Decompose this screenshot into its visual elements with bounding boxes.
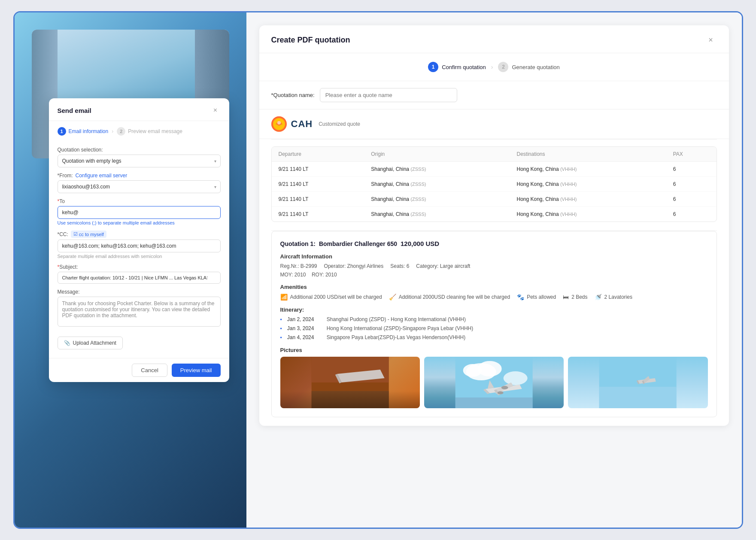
modal-close-button[interactable]: × [210, 105, 221, 115]
quotation-name-input[interactable] [320, 88, 457, 102]
cc-separate-hint: Separate multiple email addresses with s… [58, 254, 221, 259]
amenity-icon: 🧹 [389, 294, 396, 300]
step-arrow: › [112, 128, 113, 134]
pdf-step-1: 1 Confirm quotation [428, 62, 486, 72]
from-row: *From: Configure email server [58, 173, 221, 179]
aircraft-info: Reg.Nr.: B-2999 Operator: Zhongyi Airlin… [280, 263, 708, 269]
quotation-selection-label: Quotation selection: [58, 147, 221, 153]
quotation-select-wrapper: Quotation with empty legs ▾ [58, 155, 221, 167]
pdf-close-button[interactable]: × [705, 34, 717, 46]
message-field: Message: Thank you for choosing Pocket C… [58, 289, 221, 328]
stepper: 1 Email information › 2 Preview email me… [49, 121, 229, 142]
amenity-text: Pets allowed [527, 294, 556, 300]
amenity-item: 📶Additional 2000 USD/set will be charged [280, 294, 382, 300]
svg-point-11 [501, 386, 508, 389]
aircraft-moy-roy: MOY: 2010 ROY: 2010 [280, 272, 708, 278]
cc-checkbox-icon[interactable]: ☑ [73, 231, 78, 237]
amenity-item: 🛏2 Beds [563, 294, 587, 300]
itinerary-item: Jan 4, 2024Singapore Paya Lebar(ZSPD)-La… [280, 334, 708, 341]
col-departure: Departure [272, 147, 364, 162]
cell-origin: Shanghai, China (ZSSS) [364, 207, 510, 222]
subject-label: *Subject: [58, 264, 221, 270]
cc-input[interactable] [58, 240, 221, 252]
to-input[interactable] [58, 206, 221, 219]
quotation-selection-field: Quotation selection: Quotation with empt… [58, 147, 221, 167]
cancel-button[interactable]: Cancel [132, 364, 167, 377]
from-select-wrapper: lixiaoshou@163.com ▾ [58, 180, 221, 193]
upload-btn-label: Upload Attachment [73, 340, 116, 346]
from-label: *From: [58, 173, 73, 179]
subject-input[interactable] [58, 272, 221, 284]
to-hint: Use semicolons (;) to separate multiple … [58, 220, 221, 225]
amenity-icon: 🐾 [517, 294, 524, 300]
outer-container: Send email × 1 Email information › 2 Pre… [13, 11, 743, 529]
cell-departure: 9/21 1140 LT [272, 192, 364, 207]
cell-departure: 9/21 1140 LT [272, 177, 364, 192]
company-logo [271, 116, 287, 132]
svg-point-9 [463, 364, 482, 377]
svg-point-2 [277, 121, 281, 124]
paperclip-icon: 📎 [64, 340, 70, 346]
modal-body: Quotation selection: Quotation with empt… [49, 142, 229, 358]
cell-pax: 6 [666, 177, 717, 192]
subject-field: *Subject: [58, 264, 221, 284]
price-tag: 120,000 USD [401, 240, 439, 247]
cell-origin: Shanghai, China (ZSSS) [364, 162, 510, 177]
operator: Operator: Zhongyi Airlines [324, 263, 384, 269]
message-textarea[interactable]: Thank you for choosing Pocket Charter. B… [58, 297, 221, 327]
cell-destination: Hong Kong, China (VHHH) [510, 162, 666, 177]
amenity-text: Additional 2000USD cleaning fee will be … [399, 294, 510, 300]
roy: ROY: 2010 [312, 272, 337, 278]
pdf-step-arrow: › [491, 64, 493, 70]
itinerary-title: Itinerary: [280, 306, 708, 313]
left-panel: Send email × 1 Email information › 2 Pre… [15, 12, 246, 528]
picture-1 [280, 357, 420, 408]
flight-table-section: Departure Origin Destinations PAX 9/21 1… [259, 146, 729, 231]
pdf-modal: Create PDF quotation × 1 Confirm quotati… [259, 25, 729, 426]
quotation-card: Quotation 1: Bombardier Challenger 650 1… [271, 231, 717, 417]
svg-point-12 [497, 391, 503, 394]
aircraft-info-title: Aircraft Information [280, 253, 708, 260]
quotation-card-title: Quotation 1: Bombardier Challenger 650 1… [280, 240, 708, 247]
step-2-circle: 2 [117, 127, 125, 136]
cc-myself-label: cc to myself [79, 232, 104, 237]
preview-mail-button[interactable]: Preview mail [172, 364, 221, 377]
col-pax: PAX [666, 147, 717, 162]
cc-row: *CC: ☑ cc to myself [58, 231, 221, 238]
itinerary-item: Jan 3, 2024Hong Kong International (ZSPD… [280, 325, 708, 332]
upload-attachment-button[interactable]: 📎 Upload Attachment [58, 337, 123, 349]
from-email-select[interactable]: lixiaoshou@163.com [58, 180, 221, 193]
quotation-name-row: *Quotation name: [259, 81, 729, 109]
cell-departure: 9/21 1140 LT [272, 207, 364, 222]
step-1-circle: 1 [58, 127, 66, 136]
configure-email-link[interactable]: Configure email server [76, 173, 128, 179]
reg-nr: Reg.Nr.: B-2999 [280, 263, 317, 269]
itinerary-list: Jan 2, 2024Shanghai Pudong (ZSPD) - Hong… [280, 316, 708, 341]
amenity-icon: 📶 [280, 294, 288, 300]
modal-header: Send email × [49, 98, 229, 121]
amenity-icon: 🚿 [595, 294, 602, 300]
pdf-title: Create PDF quotation [271, 36, 350, 45]
company-header: CAH Customized quote [259, 109, 729, 139]
cell-departure: 9/21 1140 LT [272, 162, 364, 177]
flights-table-element: Departure Origin Destinations PAX 9/21 1… [272, 147, 717, 221]
step-1: 1 Email information [58, 127, 109, 136]
cc-myself-tag: ☑ cc to myself [71, 231, 106, 238]
col-origin: Origin [364, 147, 510, 162]
cell-origin: Shanghai, China (ZSSS) [364, 192, 510, 207]
amenity-text: Additional 2000 USD/set will be charged [290, 294, 382, 300]
col-destinations: Destinations [510, 147, 666, 162]
from-field: *From: Configure email server lixiaoshou… [58, 173, 221, 193]
modal-footer: Cancel Preview mail [49, 358, 229, 382]
pdf-step-1-circle: 1 [428, 62, 438, 72]
table-row: 9/21 1140 LT Shanghai, China (ZSSS) Hong… [272, 162, 717, 177]
picture-3-svg [568, 357, 707, 408]
picture-2 [424, 357, 564, 408]
category: Category: Large aircraft [416, 263, 470, 269]
cc-field: *CC: ☑ cc to myself Separate multiple em… [58, 231, 221, 259]
cell-destination: Hong Kong, China (VHHH) [510, 192, 666, 207]
quotation-select[interactable]: Quotation with empty legs [58, 155, 221, 167]
modal-title: Send email [58, 107, 91, 114]
itinerary-date: Jan 3, 2024 [287, 325, 322, 331]
table-header-row: Departure Origin Destinations PAX [272, 147, 717, 162]
